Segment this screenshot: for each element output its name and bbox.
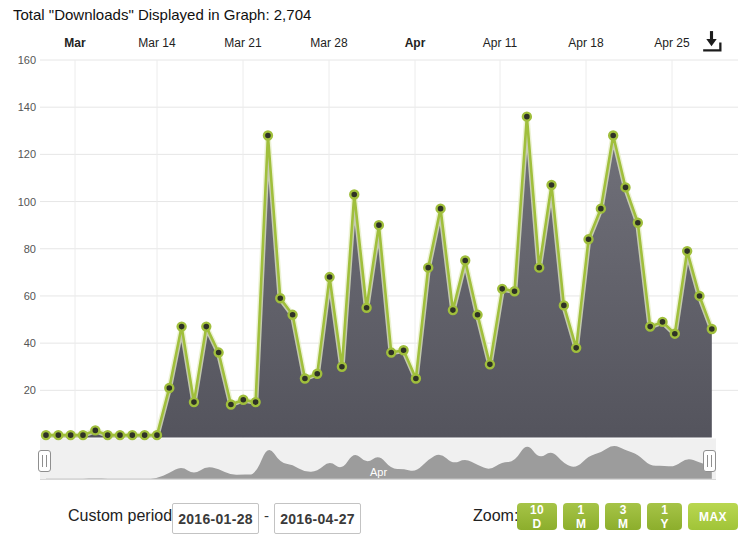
- data-point-marker[interactable]: [91, 426, 99, 434]
- x-axis-label: Apr: [405, 36, 426, 50]
- data-point-marker[interactable]: [659, 318, 667, 326]
- data-point-marker[interactable]: [548, 181, 556, 189]
- y-axis-label: 120: [18, 148, 36, 160]
- data-point-marker[interactable]: [461, 257, 469, 265]
- data-point-marker[interactable]: [585, 235, 593, 243]
- custom-period-label: Custom period:: [68, 507, 177, 525]
- date-from-input[interactable]: [172, 503, 259, 534]
- x-axis-label: Apr 25: [654, 36, 690, 50]
- data-point-marker[interactable]: [141, 431, 149, 439]
- data-point-marker[interactable]: [437, 205, 445, 213]
- data-point-marker[interactable]: [252, 398, 260, 406]
- y-axis-label: 80: [24, 243, 36, 255]
- data-point-marker[interactable]: [239, 396, 247, 404]
- x-axis-label: Mar 28: [310, 36, 348, 50]
- data-point-marker[interactable]: [326, 273, 334, 281]
- data-point-marker[interactable]: [560, 301, 568, 309]
- y-axis-label: 20: [24, 384, 36, 396]
- zoom-1y-button[interactable]: 1 Y: [647, 503, 682, 530]
- data-point-marker[interactable]: [153, 431, 161, 439]
- data-point-marker[interactable]: [227, 400, 235, 408]
- zoom-3m-button[interactable]: 3 M: [605, 503, 641, 530]
- data-point-marker[interactable]: [202, 323, 210, 331]
- data-point-marker[interactable]: [523, 113, 531, 121]
- zoom-1m-button[interactable]: 1 M: [563, 503, 599, 530]
- data-point-marker[interactable]: [104, 431, 112, 439]
- series-area-fill: [46, 117, 712, 438]
- data-point-marker[interactable]: [511, 287, 519, 295]
- data-point-marker[interactable]: [178, 323, 186, 331]
- x-axis-label: Mar: [64, 36, 86, 50]
- data-point-marker[interactable]: [572, 344, 580, 352]
- data-point-marker[interactable]: [190, 398, 198, 406]
- data-point-marker[interactable]: [535, 264, 543, 272]
- navigator-left-handle[interactable]: [38, 450, 51, 472]
- zoom-label: Zoom:: [473, 507, 518, 525]
- data-point-marker[interactable]: [695, 292, 703, 300]
- data-point-marker[interactable]: [412, 375, 420, 383]
- zoom-10d-button[interactable]: 10 D: [517, 503, 557, 530]
- data-point-marker[interactable]: [634, 219, 642, 227]
- data-point-marker[interactable]: [622, 183, 630, 191]
- data-point-marker[interactable]: [609, 132, 617, 140]
- y-axis-label: 160: [18, 54, 36, 66]
- y-axis-label: 40: [24, 337, 36, 349]
- y-axis-label: 100: [18, 196, 36, 208]
- data-point-marker[interactable]: [264, 132, 272, 140]
- data-point-marker[interactable]: [363, 304, 371, 312]
- data-point-marker[interactable]: [301, 375, 309, 383]
- data-point-marker[interactable]: [424, 264, 432, 272]
- date-to-input[interactable]: [274, 503, 361, 534]
- x-axis-label: Mar 14: [138, 36, 176, 50]
- download-icon: [698, 29, 725, 54]
- data-point-marker[interactable]: [474, 311, 482, 319]
- data-point-marker[interactable]: [449, 306, 457, 314]
- page-title: Total "Downloads" Displayed in Graph: 2,…: [13, 6, 311, 23]
- date-range-separator: -: [264, 507, 269, 524]
- data-point-marker[interactable]: [387, 349, 395, 357]
- zoom-button-group: 10 D 1 M 3 M 1 Y MAX: [517, 503, 738, 530]
- zoom-max-button[interactable]: MAX: [688, 503, 738, 530]
- data-point-marker[interactable]: [79, 431, 87, 439]
- export-chart-button[interactable]: [694, 29, 728, 57]
- data-point-marker[interactable]: [54, 431, 62, 439]
- data-point-marker[interactable]: [375, 221, 383, 229]
- data-point-marker[interactable]: [400, 346, 408, 354]
- y-axis-label: 140: [18, 101, 36, 113]
- data-point-marker[interactable]: [671, 330, 679, 338]
- data-point-marker[interactable]: [683, 247, 691, 255]
- data-point-marker[interactable]: [313, 370, 321, 378]
- x-axis-label: Apr 11: [483, 36, 518, 50]
- navigator-month-label: Apr: [370, 466, 387, 478]
- data-point-marker[interactable]: [498, 285, 506, 293]
- data-point-marker[interactable]: [708, 325, 716, 333]
- x-axis-label: Apr 18: [568, 36, 604, 50]
- data-point-marker[interactable]: [350, 190, 358, 198]
- data-point-marker[interactable]: [215, 349, 223, 357]
- data-point-marker[interactable]: [486, 360, 494, 368]
- navigator-right-handle[interactable]: [703, 450, 716, 472]
- data-point-marker[interactable]: [597, 205, 605, 213]
- data-point-marker[interactable]: [128, 431, 136, 439]
- downloads-stats-page: Total "Downloads" Displayed in Graph: 2,…: [0, 0, 738, 540]
- data-point-marker[interactable]: [165, 384, 173, 392]
- data-point-marker[interactable]: [289, 311, 297, 319]
- controls-bar: Custom period: - Zoom: 10 D 1 M 3 M 1 Y …: [0, 496, 738, 540]
- data-point-marker[interactable]: [338, 363, 346, 371]
- data-point-marker[interactable]: [116, 431, 124, 439]
- y-axis-label: 60: [24, 290, 36, 302]
- data-point-marker[interactable]: [67, 431, 75, 439]
- data-point-marker[interactable]: [646, 323, 654, 331]
- x-axis-label: Mar 21: [224, 36, 262, 50]
- data-point-marker[interactable]: [42, 431, 50, 439]
- data-point-marker[interactable]: [276, 294, 284, 302]
- downloads-area-chart: 20406080100120140160MarMar 14Mar 21Mar 2…: [0, 0, 738, 490]
